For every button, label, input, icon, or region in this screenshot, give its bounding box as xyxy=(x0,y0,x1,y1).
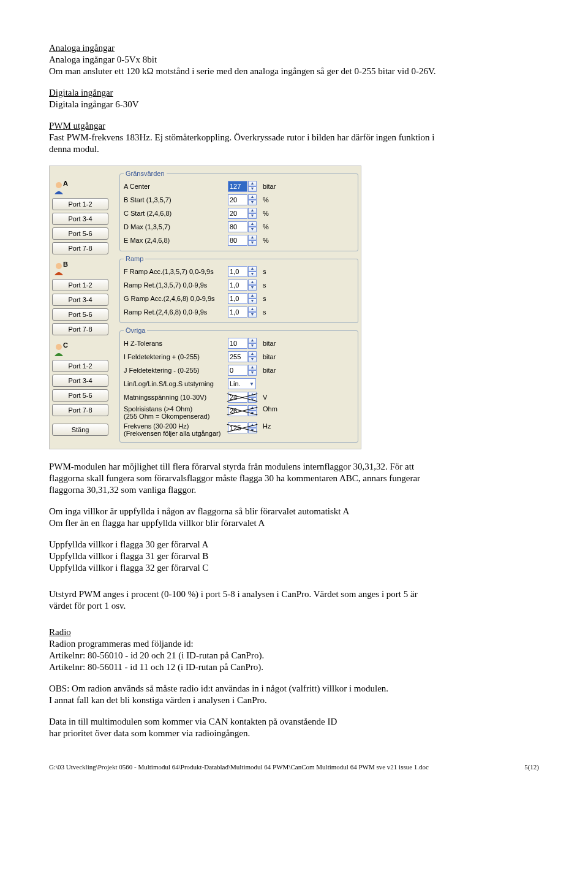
param-row: C Start (2,4,6,8)▲▼% xyxy=(124,207,354,220)
port-button[interactable]: Port 7-8 xyxy=(52,242,108,254)
row-spol: Spolrisistans (>4 Ohm) (255 Ohm = Okompe… xyxy=(124,404,354,421)
para-conditions: Om inga villkor är uppfyllda i någon av … xyxy=(49,506,539,528)
port-button[interactable]: Port 1-2 xyxy=(52,198,108,210)
param-row: Ramp Ret.(1,3,5,7) 0,0-9,9s▲▼s xyxy=(124,278,354,292)
port-button[interactable]: Port 1-2 xyxy=(52,279,108,291)
svg-text:B: B xyxy=(63,261,68,268)
combo-lin[interactable]: Lin. ▼ xyxy=(228,378,256,389)
combo-lin-value: Lin. xyxy=(230,380,241,387)
param-row: F Ramp Acc.(1,3,5,7) 0,0-9,9s▲▼s xyxy=(124,265,354,278)
section-pwm: PWM utgångar Fast PWM-frekvens 183Hz. Ej… xyxy=(49,121,539,154)
label-spol: Spolrisistans (>4 Ohm) (255 Ohm = Okompe… xyxy=(124,405,228,420)
param-input[interactable] xyxy=(228,235,247,246)
port-button[interactable]: Port 3-4 xyxy=(52,294,108,306)
arrow-up-icon[interactable]: ▲ xyxy=(248,351,257,357)
arrow-down-icon[interactable]: ▼ xyxy=(248,411,257,416)
arrow-down-icon[interactable]: ▼ xyxy=(248,285,257,291)
arrow-down-icon[interactable]: ▼ xyxy=(248,200,257,205)
arrow-down-icon[interactable]: ▼ xyxy=(248,299,257,304)
param-input[interactable] xyxy=(228,293,247,304)
port-button[interactable]: Port 5-6 xyxy=(52,308,108,321)
arrow-up-icon[interactable]: ▲ xyxy=(248,181,257,186)
param-input[interactable] xyxy=(228,266,247,277)
param-unit: bitar xyxy=(263,353,281,360)
unit-ohm: Ohm xyxy=(263,405,281,413)
para-data: Data in till multimodulen som kommer via… xyxy=(49,717,539,739)
param-input[interactable] xyxy=(228,221,247,232)
settings-panel: A Port 1-2 Port 3-4 Port 5-6 Port 7-8 B … xyxy=(49,166,361,449)
port-button[interactable]: Port 3-4 xyxy=(52,375,108,387)
param-unit: % xyxy=(263,223,281,230)
arrow-up-icon[interactable]: ▲ xyxy=(248,338,257,343)
arrow-up-icon[interactable]: ▲ xyxy=(248,194,257,200)
section-analog: Analoga ingångar Analoga ingångar 0-5Vx … xyxy=(49,43,539,77)
arrow-up-icon[interactable]: ▲ xyxy=(248,422,257,428)
svg-text:A: A xyxy=(63,180,68,187)
param-unit: bitar xyxy=(263,340,281,347)
param-input[interactable] xyxy=(228,338,247,349)
row-frekvens: Frekvens (30-200 Hz) (Frekvensen följer … xyxy=(124,421,354,438)
spol-input[interactable] xyxy=(228,405,247,416)
param-input[interactable] xyxy=(228,365,247,376)
param-unit: bitar xyxy=(263,183,281,190)
param-input[interactable] xyxy=(228,208,247,219)
arrow-up-icon[interactable]: ▲ xyxy=(248,392,257,397)
arrow-up-icon[interactable]: ▲ xyxy=(248,293,257,299)
param-input[interactable] xyxy=(228,280,247,291)
unit-v: V xyxy=(263,394,281,401)
legend-ramp: Ramp xyxy=(124,255,145,262)
close-button[interactable]: Stäng xyxy=(52,424,108,436)
param-label: F Ramp Acc.(1,3,5,7) 0,0-9,9s xyxy=(124,268,228,275)
arrow-down-icon[interactable]: ▼ xyxy=(248,240,257,246)
arrow-up-icon[interactable]: ▲ xyxy=(248,235,257,240)
arrow-up-icon[interactable]: ▲ xyxy=(248,280,257,285)
arrow-down-icon[interactable]: ▼ xyxy=(248,428,257,433)
port-button[interactable]: Port 5-6 xyxy=(52,227,108,240)
arrow-down-icon[interactable]: ▼ xyxy=(248,370,257,376)
svg-point-2 xyxy=(56,263,62,269)
port-button[interactable]: Port 3-4 xyxy=(52,213,108,225)
param-label: Ramp Ret.(1,3,5,7) 0,0-9,9s xyxy=(124,281,228,289)
text-analog-line: Analoga ingångar 0-5Vx 8bit xyxy=(49,55,539,65)
frek-input[interactable] xyxy=(228,422,247,433)
param-row: I Feldetektering + (0-255)▲▼bitar xyxy=(124,350,354,364)
arrow-up-icon[interactable]: ▲ xyxy=(248,405,257,411)
param-unit: % xyxy=(263,196,281,204)
arrow-down-icon[interactable]: ▼ xyxy=(248,272,257,277)
arrow-down-icon[interactable]: ▼ xyxy=(248,227,257,232)
param-input[interactable] xyxy=(228,181,247,192)
text-analog-desc: Om man ansluter ett 120 kΩ motstånd i se… xyxy=(49,66,539,77)
legend-ovriga: Övriga xyxy=(124,327,147,334)
port-button[interactable]: Port 7-8 xyxy=(52,323,108,335)
param-unit: s xyxy=(263,308,281,316)
arrow-down-icon[interactable]: ▼ xyxy=(248,186,257,192)
arrow-up-icon[interactable]: ▲ xyxy=(248,266,257,272)
param-input[interactable] xyxy=(228,351,247,362)
arrow-down-icon[interactable]: ▼ xyxy=(248,312,257,318)
param-row: J Feldetektering - (0-255)▲▼bitar xyxy=(124,364,354,377)
param-input[interactable] xyxy=(228,194,247,205)
arrow-up-icon[interactable]: ▲ xyxy=(248,365,257,370)
arrow-up-icon[interactable]: ▲ xyxy=(248,307,257,312)
arrow-down-icon[interactable]: ▼ xyxy=(248,343,257,349)
label-matning: Matningsspänning (10-30V) xyxy=(124,394,228,401)
arrow-down-icon[interactable]: ▼ xyxy=(248,397,257,403)
arrow-down-icon[interactable]: ▼ xyxy=(248,213,257,219)
arrow-up-icon[interactable]: ▲ xyxy=(248,208,257,213)
param-label: E Max (2,4,6,8) xyxy=(124,237,228,244)
arrow-down-icon[interactable]: ▼ xyxy=(248,357,257,362)
heading-digital: Digitala ingångar xyxy=(49,88,539,98)
crossed-spin: ▲▼ xyxy=(228,422,257,433)
param-label: C Start (2,4,6,8) xyxy=(124,210,228,217)
param-unit: s xyxy=(263,295,281,302)
text-digital-line: Digitala ingångar 6-30V xyxy=(49,99,539,110)
param-row: H Z-Tolerans▲▼bitar xyxy=(124,337,354,350)
param-label: I Feldetektering + (0-255) xyxy=(124,353,228,360)
matning-input[interactable] xyxy=(228,392,247,403)
arrow-up-icon[interactable]: ▲ xyxy=(248,221,257,227)
param-input[interactable] xyxy=(228,307,247,318)
port-button[interactable]: Port 1-2 xyxy=(52,360,108,372)
svg-point-4 xyxy=(56,344,62,350)
port-button[interactable]: Port 5-6 xyxy=(52,389,108,402)
port-button[interactable]: Port 7-8 xyxy=(52,404,108,416)
